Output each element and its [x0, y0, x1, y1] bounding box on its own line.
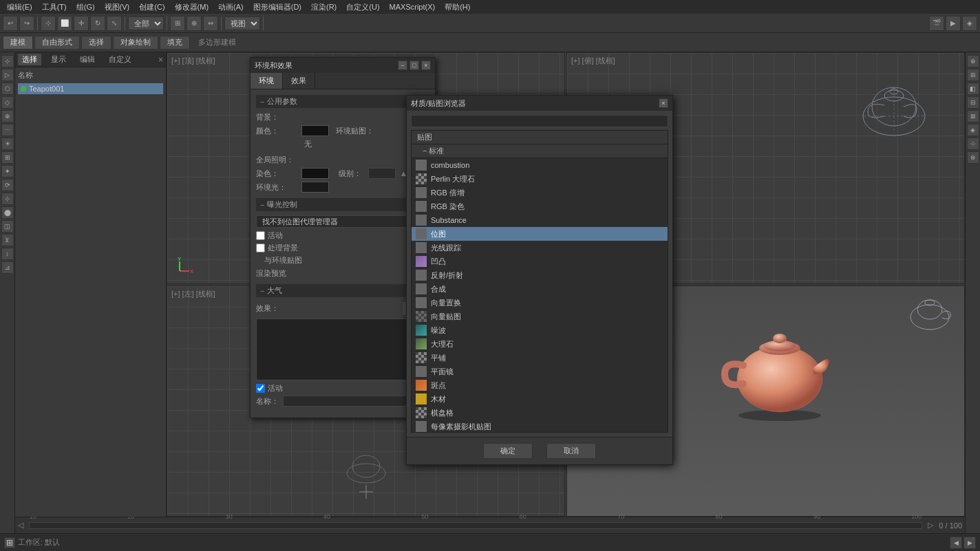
env-amblight-swatch[interactable]: [301, 182, 329, 193]
mat-item-reflect[interactable]: 反射/折射: [412, 268, 668, 282]
rotate-btn[interactable]: ↻: [90, 16, 105, 31]
lt-btn-10[interactable]: ⟳: [1, 179, 14, 191]
panel-tab-edit[interactable]: 编辑: [76, 54, 99, 65]
lt-btn-1[interactable]: ⊹: [1, 55, 14, 67]
mat-list-container[interactable]: 贴图 − 标准 combustion Perlin 大理石 RGB 倍增 RGB…: [411, 130, 668, 433]
redo-btn[interactable]: ↪: [19, 16, 34, 31]
env-level-input[interactable]: 1.0: [368, 168, 396, 179]
rt-btn-2[interactable]: ⊞: [967, 69, 979, 81]
mat-item-rgb-tint[interactable]: RGB 染色: [412, 199, 668, 213]
lt-btn-4[interactable]: ◇: [1, 96, 14, 109]
mat-search-input[interactable]: [411, 115, 668, 127]
menu-item-maxscript[interactable]: MAXScript(X): [385, 3, 440, 11]
env-tint-swatch[interactable]: [301, 168, 329, 179]
snap-btn[interactable]: ⊞: [170, 16, 185, 31]
menu-item-group[interactable]: 组(G): [72, 2, 99, 12]
menu-item-graph-editor[interactable]: 图形编辑器(D): [249, 2, 306, 12]
move-btn[interactable]: ✛: [74, 16, 89, 31]
timeline-bar[interactable]: 10 20 30 40 50 60 70 80 90 100: [29, 522, 922, 529]
mat-item-marble[interactable]: 大理石: [412, 337, 668, 351]
menu-item-create[interactable]: 创建(C): [135, 2, 169, 12]
menu-item-render[interactable]: 渲染(R): [307, 2, 341, 12]
status-btn-2[interactable]: ▶: [963, 537, 976, 549]
lt-btn-16[interactable]: ⊿: [1, 261, 14, 274]
mat-item-bump[interactable]: 凹凸: [412, 255, 668, 268]
panel-tab-display[interactable]: 显示: [47, 54, 70, 65]
mat-item-combustion[interactable]: combustion: [412, 158, 668, 172]
mat-item-noise[interactable]: 噪波: [412, 323, 668, 337]
vp-tr-label[interactable]: [+] [俯] [线框]: [571, 56, 615, 66]
mat-item-wood[interactable]: 木材: [412, 392, 668, 406]
menu-item-edit[interactable]: 编辑(E): [3, 2, 36, 12]
undo-btn[interactable]: ↩: [3, 16, 18, 31]
menu-item-modifier[interactable]: 修改器(M): [171, 2, 213, 12]
mat-item-vec-disp[interactable]: 向量置换: [412, 296, 668, 310]
lt-btn-11[interactable]: ⊹: [1, 193, 14, 205]
rt-btn-5[interactable]: ⊠: [967, 110, 979, 122]
rt-btn-8[interactable]: ⊗: [967, 151, 979, 164]
vp-bl-label[interactable]: [+] [左] [线框]: [171, 289, 215, 299]
tab-freeform[interactable]: 自由形式: [34, 36, 80, 50]
select-btn[interactable]: ⊹: [41, 16, 56, 31]
mat-item-substance[interactable]: Substance: [412, 213, 668, 227]
rt-btn-4[interactable]: ⊟: [967, 96, 979, 109]
scale-btn[interactable]: ⤡: [107, 16, 122, 31]
material-editor-btn[interactable]: ◈: [962, 16, 977, 31]
lt-btn-13[interactable]: ◫: [1, 220, 14, 233]
status-btn-1[interactable]: ◀: [950, 537, 962, 549]
mat-item-rgb-multiply[interactable]: RGB 倍增: [412, 186, 668, 199]
render-setup-btn[interactable]: 🎬: [929, 16, 944, 31]
menu-item-tools[interactable]: 工具(T): [38, 2, 71, 12]
mat-item-composite[interactable]: 合成: [412, 282, 668, 296]
lt-btn-14[interactable]: ⊻: [1, 234, 14, 246]
mat-item-tiles[interactable]: 平铺: [412, 351, 668, 365]
lt-btn-6[interactable]: ⋯: [1, 124, 14, 136]
object-tree-item[interactable]: Teapot001: [18, 83, 163, 94]
env-color-swatch[interactable]: [301, 125, 329, 136]
menu-item-help[interactable]: 帮助(H): [440, 2, 474, 12]
mat-item-perlin[interactable]: Perlin 大理石: [412, 172, 668, 186]
env-name-input[interactable]: [283, 396, 418, 407]
env-process-check[interactable]: [256, 244, 265, 252]
mat-cancel-btn[interactable]: 取消: [546, 443, 596, 459]
rt-btn-6[interactable]: ◈: [967, 124, 979, 136]
tab-select[interactable]: 选择: [81, 36, 111, 50]
lt-btn-7[interactable]: ☀: [1, 138, 14, 150]
env-exposure-dropdown[interactable]: 找不到位图代理管理器: [256, 215, 429, 228]
env-tab-effects[interactable]: 效果: [283, 73, 315, 89]
tab-modeling[interactable]: 建模: [3, 36, 33, 50]
env-dialog-close[interactable]: ×: [421, 61, 431, 70]
mat-item-cam-map[interactable]: 每像素摄影机贴图: [412, 420, 668, 433]
mat-item-checker[interactable]: 棋盘格: [412, 406, 668, 420]
panel-tab-select[interactable]: 选择: [18, 54, 41, 65]
lt-btn-2[interactable]: ▷: [1, 69, 14, 81]
tab-fill[interactable]: 填充: [160, 36, 190, 50]
mat-dialog-titlebar[interactable]: 材质/贴图浏览器 ×: [407, 96, 672, 111]
rt-btn-3[interactable]: ◧: [967, 83, 979, 95]
tab-obj-paint[interactable]: 对象绘制: [113, 36, 158, 50]
lt-btn-9[interactable]: ✦: [1, 165, 14, 177]
env-dialog-min[interactable]: −: [398, 61, 407, 70]
lt-btn-5[interactable]: ⊕: [1, 110, 14, 122]
timeline-progress[interactable]: 0 / 100: [939, 521, 962, 530]
mat-item-raytrace[interactable]: 光线跟踪: [412, 241, 668, 255]
select-region-btn[interactable]: ⬜: [57, 16, 72, 31]
lt-btn-15[interactable]: ↕: [1, 248, 14, 260]
menu-item-animation[interactable]: 动画(A): [214, 2, 248, 12]
mat-ok-btn[interactable]: 确定: [483, 443, 533, 459]
select-filter-dropdown[interactable]: 全部: [128, 17, 164, 30]
env-dialog-titlebar[interactable]: 环境和效果 − □ ×: [251, 58, 435, 73]
lt-btn-3[interactable]: ⬡: [1, 83, 14, 95]
menu-item-customize[interactable]: 自定义(U): [342, 2, 383, 12]
view-dropdown[interactable]: 视图: [224, 17, 260, 30]
render-btn[interactable]: ▶: [946, 16, 961, 31]
lt-btn-12[interactable]: ⬤: [1, 206, 14, 219]
rt-btn-1[interactable]: ⊕: [967, 55, 979, 67]
env-active-check[interactable]: [256, 231, 265, 240]
env-tab-env[interactable]: 环境: [251, 73, 283, 89]
rt-btn-7[interactable]: ⊹: [967, 138, 979, 150]
panel-tab-custom[interactable]: 自定义: [105, 54, 136, 65]
mirror-btn[interactable]: ⇔: [203, 16, 218, 31]
mat-dialog-close[interactable]: ×: [659, 98, 668, 108]
mat-item-bitmap[interactable]: 位图: [412, 227, 668, 241]
